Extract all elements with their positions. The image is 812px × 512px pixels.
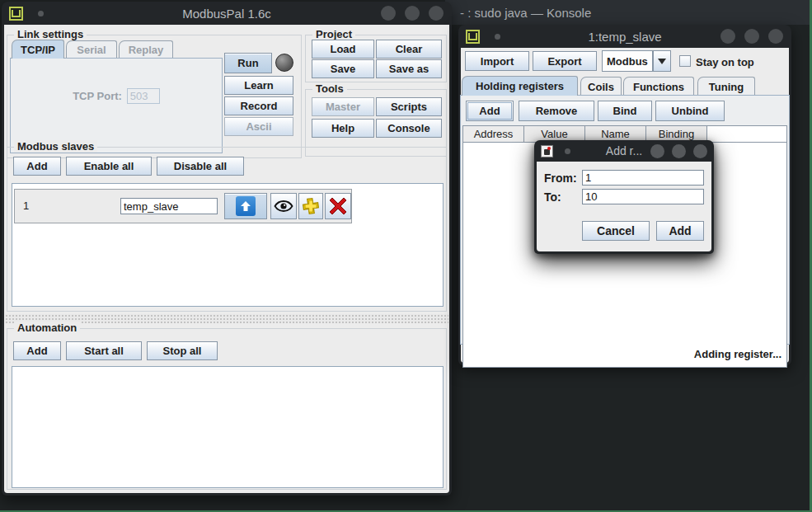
close-x-icon bbox=[329, 197, 347, 215]
record-button[interactable]: Record bbox=[224, 96, 293, 115]
export-button[interactable]: Export bbox=[533, 51, 597, 71]
window-menu-dot-icon[interactable] bbox=[565, 148, 570, 154]
console-button[interactable]: Console bbox=[376, 119, 442, 138]
register-remove-button[interactable]: Remove bbox=[519, 101, 594, 121]
run-led-indicator bbox=[275, 54, 293, 72]
maximize-button[interactable] bbox=[405, 6, 420, 21]
chevron-down-icon[interactable] bbox=[653, 50, 671, 72]
import-button[interactable]: Import bbox=[465, 51, 529, 71]
window-menu-dot-icon[interactable] bbox=[38, 11, 44, 16]
close-button[interactable] bbox=[693, 144, 707, 158]
slaves-list-panel: 1 bbox=[12, 183, 444, 307]
learn-button[interactable]: Learn bbox=[224, 76, 293, 95]
enable-all-button[interactable]: Enable all bbox=[66, 157, 152, 176]
to-input[interactable] bbox=[582, 189, 704, 204]
status-bar: Adding register... bbox=[458, 348, 781, 360]
slave-id: 1 bbox=[23, 200, 29, 212]
close-button[interactable] bbox=[429, 6, 444, 21]
clear-button[interactable]: Clear bbox=[376, 40, 442, 59]
mode-select[interactable]: Modbus bbox=[602, 50, 653, 72]
dialog-titlebar[interactable]: Add r... bbox=[534, 140, 714, 162]
window-menu-dot-icon[interactable] bbox=[495, 34, 500, 40]
slave-titlebar[interactable]: 1:temp_slave bbox=[458, 25, 791, 48]
ascii-button[interactable]: Ascii bbox=[224, 117, 293, 136]
maximize-button[interactable] bbox=[744, 29, 759, 44]
tab-tcpip[interactable]: TCP/IP bbox=[12, 40, 64, 59]
tab-functions[interactable]: Functions bbox=[623, 77, 694, 96]
tcpip-tab-panel: TCP Port: bbox=[10, 58, 223, 153]
load-button[interactable]: Load bbox=[312, 40, 374, 59]
register-add-button[interactable]: Add bbox=[466, 101, 514, 121]
plus-icon bbox=[302, 197, 320, 215]
help-button[interactable]: Help bbox=[312, 119, 374, 138]
register-unbind-button[interactable]: Unbind bbox=[655, 101, 725, 121]
from-input[interactable] bbox=[582, 170, 704, 186]
konsole-title: - : sudo java — Konsole bbox=[460, 6, 591, 20]
tcp-port-label: TCP Port: bbox=[73, 90, 122, 102]
minimize-button[interactable] bbox=[720, 29, 735, 44]
link-settings-title: Link settings bbox=[14, 28, 87, 40]
start-all-button[interactable]: Start all bbox=[66, 341, 142, 360]
project-title: Project bbox=[312, 28, 355, 40]
konsole-titlebar: - : sudo java — Konsole bbox=[445, 0, 812, 25]
slave-add-register-button[interactable] bbox=[298, 193, 323, 219]
automation-title: Automation bbox=[14, 322, 80, 334]
tab-tuning[interactable]: Tuning bbox=[697, 77, 755, 96]
java-app-icon bbox=[541, 145, 553, 157]
save-button[interactable]: Save bbox=[312, 59, 374, 78]
tools-title: Tools bbox=[312, 82, 347, 95]
slave-name-input[interactable] bbox=[120, 198, 218, 214]
stop-all-button[interactable]: Stop all bbox=[147, 341, 218, 360]
master-button[interactable]: Master bbox=[312, 97, 374, 116]
modbuspal-app-icon bbox=[9, 7, 23, 21]
dialog-cancel-button[interactable]: Cancel bbox=[582, 221, 650, 241]
modbus-slaves-title: Modbus slaves bbox=[14, 140, 97, 153]
modbuspal-titlebar[interactable]: ModbusPal 1.6c bbox=[2, 2, 452, 25]
tab-serial[interactable]: Serial bbox=[66, 40, 117, 59]
slave-delete-button[interactable] bbox=[325, 193, 351, 219]
minimize-button[interactable] bbox=[650, 144, 664, 158]
tab-holding-registers[interactable]: Holding registers bbox=[462, 76, 578, 96]
minimize-button[interactable] bbox=[381, 6, 396, 21]
modbuspal-window: ModbusPal 1.6c Link settings TCP/IP Seri… bbox=[2, 2, 452, 496]
add-register-dialog: Add r... From: To: Cancel Add bbox=[534, 140, 714, 254]
slave-row[interactable]: 1 bbox=[14, 189, 352, 223]
dialog-add-button[interactable]: Add bbox=[656, 221, 704, 241]
to-label: To: bbox=[544, 190, 561, 204]
maximize-button[interactable] bbox=[672, 144, 686, 158]
tab-replay[interactable]: Replay bbox=[119, 40, 173, 59]
run-button[interactable]: Run bbox=[224, 53, 272, 73]
slave-view-button[interactable] bbox=[270, 193, 297, 219]
register-bind-button[interactable]: Bind bbox=[598, 101, 652, 121]
stay-on-top-label: Stay on top bbox=[696, 56, 754, 68]
automation-add-button[interactable]: Add bbox=[13, 341, 61, 360]
stay-on-top-checkbox[interactable] bbox=[679, 55, 691, 67]
tcp-port-input[interactable] bbox=[127, 88, 160, 104]
automation-list-panel bbox=[12, 366, 444, 488]
status-text: Adding register... bbox=[694, 348, 781, 360]
eye-icon bbox=[274, 200, 293, 213]
save-as-button[interactable]: Save as bbox=[376, 59, 442, 78]
scripts-button[interactable]: Scripts bbox=[376, 97, 442, 116]
from-label: From: bbox=[544, 171, 577, 185]
slave-enable-button[interactable] bbox=[224, 193, 267, 219]
close-button[interactable] bbox=[768, 29, 783, 44]
up-arrow-icon bbox=[236, 196, 256, 216]
slave-app-icon bbox=[466, 30, 480, 44]
disable-all-button[interactable]: Disable all bbox=[157, 157, 244, 176]
tab-coils[interactable]: Coils bbox=[580, 77, 622, 96]
col-header-address[interactable]: Address bbox=[463, 126, 524, 142]
slaves-add-button[interactable]: Add bbox=[13, 157, 61, 176]
